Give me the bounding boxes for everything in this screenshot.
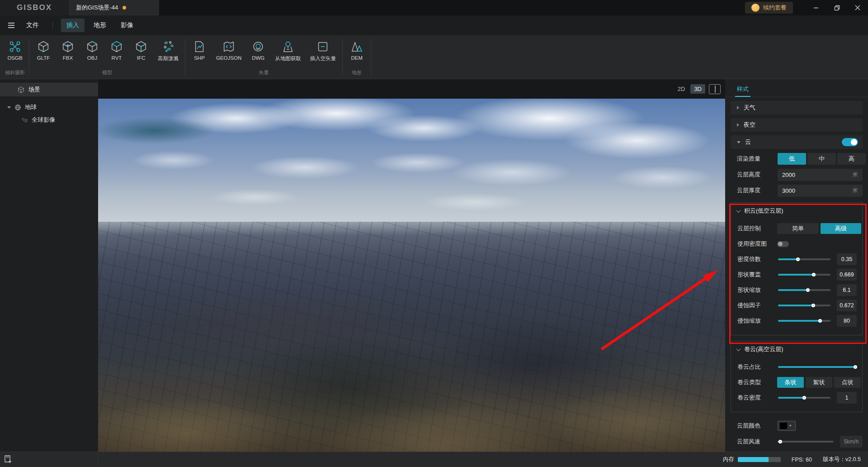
cirrus-ratio-row: 卷云占比 [737, 361, 857, 373]
section-cloud[interactable]: 云 [731, 135, 863, 149]
cirrus-type-floc-button[interactable]: 絮状 [806, 377, 832, 388]
close-button[interactable] [847, 0, 868, 15]
slider-knob[interactable] [854, 365, 857, 369]
erosion-factor-value[interactable]: 0.672 [837, 300, 857, 311]
gisbox-logo: GISBOX [0, 0, 69, 15]
quality-high-button[interactable]: 高 [837, 153, 866, 165]
scene-sky-clouds [98, 99, 725, 222]
add-panel-icon[interactable] [4, 455, 13, 465]
unsaved-dot [123, 6, 126, 10]
density-multiplier-value[interactable]: 0.35 [837, 253, 857, 265]
erosion-scale-value[interactable]: 80 [837, 315, 857, 327]
shape-scale-row: 形状缩放 6.1 [737, 284, 857, 296]
toolbar-item-rvt[interactable]: RVT [104, 38, 129, 68]
wind-speed-slider[interactable] [778, 441, 834, 443]
menu-divider [52, 22, 53, 29]
toolbar-item-osgb[interactable]: OSGB [3, 38, 27, 68]
cumulus-header[interactable]: 积云(低空云层) [731, 203, 862, 219]
slider-knob[interactable] [812, 273, 816, 276]
dropdown-arrow-icon [789, 425, 792, 427]
slider-knob[interactable] [811, 304, 815, 307]
slider-knob[interactable] [818, 319, 822, 323]
toolbar-item-gaussian-splat[interactable]: 高斯泼溅 [153, 38, 183, 68]
quality-medium-button[interactable]: 中 [807, 153, 836, 165]
cirrus-type-row: 卷云类型 条状 絮状 点状 [737, 376, 857, 388]
titlebar-right: ⚡ 续约套餐 [745, 0, 868, 15]
shape-scale-value[interactable]: 6.1 [837, 284, 857, 296]
sidebar-item-scene[interactable]: 场景 [0, 83, 98, 96]
slider-knob[interactable] [802, 396, 806, 400]
erosion-scale-slider[interactable] [778, 320, 830, 322]
shape-scale-slider[interactable] [778, 289, 830, 291]
empty-vector-icon [316, 40, 330, 53]
split-view-icon[interactable] [709, 84, 721, 94]
restore-button[interactable] [826, 0, 847, 15]
toolbar-item-dwg[interactable]: DWG [246, 38, 270, 68]
chevron-down-icon [736, 208, 741, 213]
map-fetch-icon [281, 40, 295, 53]
memory-bar [738, 457, 781, 462]
section-weather[interactable]: 天气 [731, 101, 863, 114]
splat-icon [161, 40, 175, 53]
mode-2d-button[interactable]: 2D [674, 84, 689, 94]
quality-low-button[interactable]: 低 [778, 153, 806, 165]
imagery-layer-icon [21, 116, 28, 124]
shape-coverage-row: 形状覆盖 0.669 [737, 269, 857, 281]
cloud-color-picker[interactable] [778, 421, 796, 431]
cirrus-type-dot-button[interactable]: 点状 [834, 377, 861, 388]
insert-ribbon-toolbar: OSGB 倾斜摄影 GLTF [0, 35, 868, 79]
menu-file[interactable]: 文件 [21, 19, 44, 32]
slider-knob[interactable] [796, 257, 800, 261]
toolbar-item-shp[interactable]: SHP [187, 38, 212, 68]
minimize-button[interactable] [806, 0, 826, 15]
cirrus-density-row: 卷云密度 1 [737, 392, 857, 404]
shape-coverage-slider[interactable] [778, 274, 830, 276]
expand-arrow-icon[interactable] [7, 106, 11, 109]
cloud-thickness-input[interactable]: 3000 米 [778, 185, 863, 197]
cirrus-header[interactable]: 卷云(高空云层) [731, 341, 862, 357]
slider-knob[interactable] [806, 288, 810, 292]
cube-icon [37, 40, 50, 53]
menu-imagery[interactable]: 影像 [115, 19, 139, 32]
erosion-scale-row: 侵蚀缩放 80 [737, 315, 857, 327]
tab-style[interactable]: 样式 [737, 85, 749, 97]
toolbar-item-map-fetch[interactable]: 从地图获取 [270, 38, 306, 68]
erosion-factor-slider[interactable] [778, 305, 830, 306]
cirrus-type-stripe-button[interactable]: 条状 [777, 377, 804, 388]
shapefile-icon [193, 40, 206, 53]
cloud-enable-toggle[interactable] [842, 138, 858, 146]
earth-globe-icon [14, 104, 22, 111]
renew-plan-button[interactable]: ⚡ 续约套餐 [745, 2, 793, 14]
cirrus-ratio-slider[interactable] [778, 366, 857, 368]
density-map-toggle[interactable] [777, 241, 789, 247]
statusbar-right: 内存 FPS: 60 版本号：v2.0.5 [723, 456, 868, 463]
control-simple-button[interactable]: 简单 [777, 223, 819, 234]
tree-item-earth[interactable]: 地球 [0, 101, 98, 114]
toolbar-item-geojson[interactable]: GEOJSON [212, 38, 246, 68]
scene-document-tab[interactable]: 新的GIS场景-44 [69, 0, 159, 15]
toolbar-item-ifc[interactable]: IFC [129, 38, 153, 68]
cloud-height-input[interactable]: 2000 米 [778, 169, 863, 181]
toolbar-item-empty-vector[interactable]: 插入空矢量 [306, 38, 341, 68]
section-night-sky[interactable]: 夜空 [731, 118, 863, 132]
cirrus-density-value[interactable]: 1 [837, 392, 857, 404]
mode-3d-button[interactable]: 3D [690, 84, 705, 94]
tree-item-global-imagery[interactable]: 全球影像 [0, 114, 98, 126]
tree-item-label: 地球 [25, 103, 37, 111]
workspace: 场景 地球 全球影像 [0, 79, 868, 452]
statusbar: 内存 FPS: 60 版本号：v2.0.5 [0, 452, 868, 467]
density-multiplier-slider[interactable] [778, 258, 830, 260]
shape-coverage-value[interactable]: 0.669 [837, 269, 857, 281]
control-advanced-button[interactable]: 高级 [821, 223, 861, 234]
menu-insert[interactable]: 插入 [61, 19, 85, 32]
toolbar-item-gltf[interactable]: GLTF [31, 38, 56, 68]
hamburger-menu-icon[interactable] [8, 23, 14, 28]
viewport-3d-scene[interactable] [98, 99, 725, 452]
cirrus-density-slider[interactable] [778, 397, 830, 399]
toolbar-item-dem[interactable]: DEM [344, 38, 369, 68]
slider-knob[interactable] [778, 440, 782, 443]
statusbar-left [0, 452, 98, 467]
menu-terrain[interactable]: 地形 [88, 19, 112, 32]
toolbar-item-fbx[interactable]: FBX [56, 38, 80, 68]
toolbar-item-obj[interactable]: OBJ [80, 38, 104, 68]
